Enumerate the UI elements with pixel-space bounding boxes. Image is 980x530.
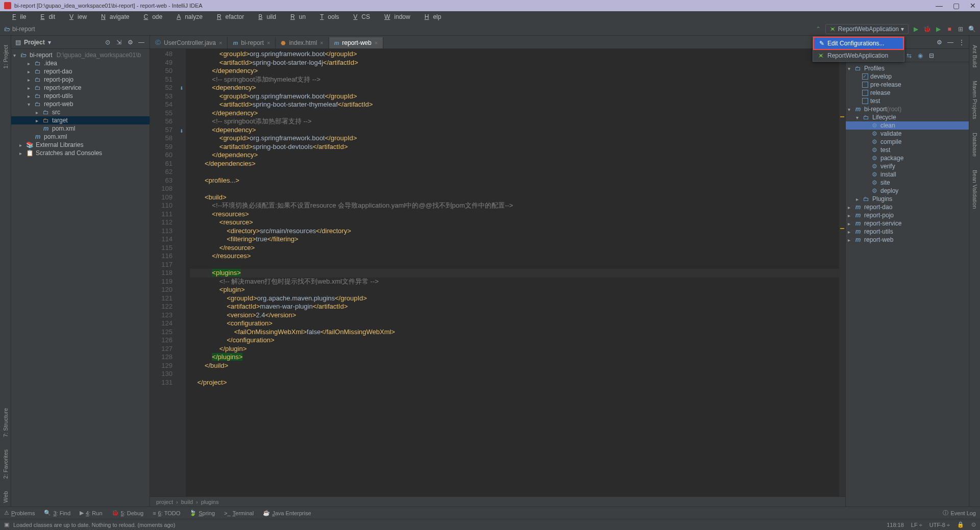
maven-item-verify[interactable]: ⚙verify — [846, 162, 969, 170]
tool-4-Run[interactable]: ▶4: Run — [80, 510, 102, 516]
tab-index-html[interactable]: ⬣index.html× — [276, 37, 329, 48]
menu-navigate[interactable]: Navigate — [93, 12, 133, 21]
edit-configurations[interactable]: ✎ Edit Configurations... — [813, 37, 904, 50]
breadcrumb-item[interactable]: bi-report — [12, 26, 35, 33]
build-icon[interactable]: ⌃ — [814, 25, 822, 33]
maven-item-report-pojo[interactable]: ▸mreport-pojo — [846, 211, 969, 219]
maven-item-site[interactable]: ⚙site — [846, 179, 969, 187]
menu-help[interactable]: Help — [416, 12, 446, 21]
tree-item-External-Libraries[interactable]: ▸📚External Libraries — [11, 141, 150, 149]
tab-UserController-java[interactable]: ⒸUserController.java× — [150, 37, 228, 48]
menu-edit[interactable]: Edit — [32, 12, 59, 21]
tree-item-pom-xml[interactable]: mpom.xml — [11, 133, 150, 141]
close-tab-icon[interactable]: × — [320, 40, 323, 46]
minimize-button[interactable]: — — [936, 2, 943, 10]
tree-item-report-pojo[interactable]: ▸🗀report-pojo — [11, 75, 150, 84]
run-button[interactable]: ▶ — [912, 25, 920, 33]
debug-button[interactable]: 🐞 — [923, 25, 931, 33]
maven-item-bi-report[interactable]: ▾mbi-report (root) — [846, 105, 969, 113]
editor-breadcrumbs[interactable]: project › build › plugins — [150, 496, 845, 507]
search-everywhere-icon[interactable]: 🔍 — [968, 25, 976, 33]
tree-item-report-utils[interactable]: ▸🗀report-utils — [11, 92, 150, 100]
gear-icon[interactable]: ⚙ — [935, 38, 943, 46]
tool-3-Find[interactable]: 🔍3: Find — [44, 510, 70, 516]
maximize-button[interactable]: ▢ — [953, 2, 960, 10]
hide-icon[interactable]: — — [137, 38, 145, 46]
run-config-selector[interactable]: ⯍ ReportWebApplication ▾ — [825, 24, 909, 34]
checkbox[interactable] — [862, 82, 868, 88]
menu-tools[interactable]: Tools — [312, 12, 343, 21]
close-button[interactable]: ✕ — [970, 2, 976, 10]
web-tool-button[interactable]: Web — [2, 487, 10, 507]
maven-item-compile[interactable]: ⚙compile — [846, 138, 969, 146]
tree-item-target[interactable]: ▸🗀target — [11, 116, 150, 124]
maven-item-report-web[interactable]: ▸mreport-web — [846, 236, 969, 244]
maven-item-test[interactable]: test — [846, 97, 969, 105]
line-separator[interactable]: LF ÷ — [911, 522, 922, 528]
tree-item-src[interactable]: ▸🗀src — [11, 108, 150, 116]
chevron-down-icon[interactable]: ▾ — [48, 39, 51, 46]
menu-window[interactable]: Window — [376, 12, 414, 21]
close-tab-icon[interactable]: × — [219, 40, 222, 46]
menu-vcs[interactable]: VCS — [345, 12, 374, 21]
cursor-position[interactable]: 118:18 — [887, 522, 904, 528]
maven-item-report-utils[interactable]: ▸mreport-utils — [846, 228, 969, 236]
maven-item-clean[interactable]: ⚙clean — [846, 121, 969, 130]
maven-item-Lifecycle[interactable]: ▾🗀Lifecycle — [846, 113, 969, 121]
maven-item-test[interactable]: ⚙test — [846, 146, 969, 154]
menu-analyze[interactable]: Analyze — [168, 12, 207, 21]
menu-refactor[interactable]: Refactor — [209, 12, 248, 21]
tree-item-report-dao[interactable]: ▸🗀report-dao — [11, 67, 150, 75]
line-number-gutter[interactable]: 4849505152535455565758596061626310810911… — [150, 49, 178, 496]
project-tool-button[interactable]: 1: Project — [2, 41, 10, 72]
maven-item-report-dao[interactable]: ▸mreport-dao — [846, 203, 969, 211]
tree-item-report-service[interactable]: ▸🗀report-service — [11, 84, 150, 92]
breadcrumb-build[interactable]: build — [181, 499, 193, 505]
editor[interactable]: 4849505152535455565758596061626310810911… — [150, 49, 845, 496]
maven-item-develop[interactable]: develop — [846, 72, 969, 81]
menu-run[interactable]: Run — [282, 12, 310, 21]
file-encoding[interactable]: UTF-8 ÷ — [929, 522, 950, 528]
tool-6-TODO[interactable]: ≡6: TODO — [153, 510, 180, 516]
database-tool-button[interactable]: Database — [971, 129, 979, 161]
maven-item-pre-release[interactable]: pre-release — [846, 81, 969, 89]
bean-validation-tool-button[interactable]: Bean Validation — [971, 166, 979, 213]
tree-item-report-web[interactable]: ▾🗀report-web — [11, 100, 150, 108]
tool-Terminal[interactable]: >_Terminal — [224, 510, 254, 516]
project-tree[interactable]: ▾ 🗁 bi-report D:\gupao_idea_workspace01\… — [11, 49, 150, 159]
show-deps-icon[interactable]: ◉ — [916, 52, 924, 60]
tree-item-pom-xml[interactable]: mpom.xml — [11, 124, 150, 133]
status-icon[interactable]: ▣ — [4, 521, 9, 528]
tree-item--idea[interactable]: ▸🗀.idea — [11, 59, 150, 67]
tree-item-Scratches-and-Consoles[interactable]: ▸📋Scratches and Consoles — [11, 149, 150, 157]
breadcrumb[interactable]: 🗁 bi-report — [4, 26, 35, 33]
tool-Problems[interactable]: ⚠Problems — [4, 510, 35, 516]
close-tab-icon[interactable]: × — [375, 40, 378, 46]
gear-icon[interactable]: ⚙ — [126, 38, 134, 46]
toggle-offline-icon[interactable]: ⇆ — [905, 52, 913, 60]
hide-icon[interactable]: — — [946, 38, 954, 46]
tab-report-web[interactable]: mreport-web× — [329, 37, 384, 48]
maven-item-install[interactable]: ⚙install — [846, 170, 969, 179]
maven-tree[interactable]: ▾🗀Profilesdeveloppre-releasereleasetest▾… — [846, 62, 969, 246]
menu-code[interactable]: Code — [135, 12, 166, 21]
menu-view[interactable]: View — [61, 12, 91, 21]
menu-build[interactable]: Build — [250, 12, 280, 21]
checkbox[interactable] — [862, 98, 868, 104]
favorites-tool-button[interactable]: 2: Favorites — [2, 445, 10, 483]
update-project-icon[interactable]: ⊞ — [957, 25, 965, 33]
git-branch-icon[interactable]: 🔒 — [957, 521, 964, 528]
tab-bi-report[interactable]: mbi-report× — [228, 37, 276, 48]
tool-Spring[interactable]: 🍃Spring — [189, 510, 215, 516]
collapse-icon[interactable]: ⊟ — [927, 52, 936, 60]
more-icon[interactable]: ⋮ — [958, 38, 966, 46]
maven-item-release[interactable]: release — [846, 89, 969, 97]
panel-title[interactable]: Project — [24, 39, 45, 46]
breadcrumb-project[interactable]: project — [156, 499, 173, 505]
maven-item-package[interactable]: ⚙package — [846, 154, 969, 162]
structure-tool-button[interactable]: 7: Structure — [2, 404, 10, 441]
tree-root[interactable]: ▾ 🗁 bi-report D:\gupao_idea_workspace01\… — [11, 51, 150, 59]
project-view-selector-icon[interactable]: ▤ — [15, 39, 21, 46]
close-tab-icon[interactable]: × — [267, 40, 270, 46]
coverage-button[interactable]: ▶ — [934, 25, 942, 33]
